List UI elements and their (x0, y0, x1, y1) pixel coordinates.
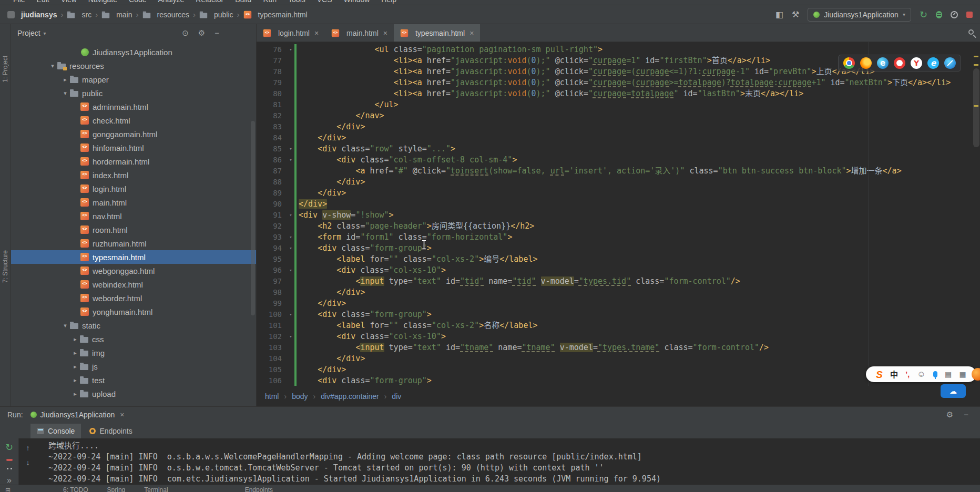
tab-typesmain-html[interactable]: typesmain.html× (394, 24, 480, 42)
chevron-right-icon[interactable]: ▸ (70, 391, 80, 397)
line-number[interactable]: 91 (257, 210, 287, 221)
line-number[interactable]: 79 (257, 77, 287, 88)
chevron-right-icon[interactable]: ▸ (60, 76, 70, 83)
line-number[interactable]: 81 (257, 99, 287, 110)
fold-icon[interactable]: ▾ (287, 232, 294, 243)
ie-icon[interactable] (927, 57, 939, 69)
line-number[interactable]: 106 (257, 375, 287, 386)
chevron-down-icon[interactable]: ▾ (60, 90, 70, 97)
warning-stripe-mark[interactable] (974, 56, 978, 57)
tree-item-test[interactable]: ▸test (11, 373, 256, 387)
tree-item-hinfomain-html[interactable]: hinfomain.html (11, 141, 256, 155)
stop-icon[interactable] (966, 12, 973, 18)
fold-icon[interactable]: ▾ (287, 243, 294, 254)
menu-file[interactable]: File (7, 0, 31, 5)
tree-item-room-html[interactable]: room.html (11, 223, 256, 237)
fold-icon[interactable]: ▾ (287, 331, 294, 342)
editor-breadcrumb-html[interactable]: html (265, 392, 279, 401)
line-number[interactable]: 84 (257, 132, 287, 144)
fold-icon[interactable]: ▾ (287, 265, 294, 276)
code-line[interactable]: 81 </ul> (257, 99, 980, 110)
tab-login-html[interactable]: login.html× (257, 24, 325, 42)
menu-run[interactable]: Run (257, 0, 282, 5)
code-line[interactable]: 103 <input type="text" id="tname" name="… (257, 342, 980, 353)
tree-item-adminmain-html[interactable]: adminmain.html (11, 100, 256, 114)
tree-item-img[interactable]: ▸img (11, 346, 256, 360)
code-line[interactable]: 98 </div> (257, 287, 980, 298)
microphone-icon[interactable] (933, 371, 937, 377)
fold-icon[interactable]: ▾ (287, 155, 294, 166)
line-number[interactable]: 82 (257, 110, 287, 121)
tool-window-quick-access-icon[interactable]: ⊞ (5, 486, 11, 492)
tree-item-static[interactable]: ▾static (11, 319, 256, 332)
code-line[interactable]: 79 <li><a href="javascript:void(0);" @cl… (257, 77, 980, 88)
code-line[interactable]: 97 <input type="text" id="tid" name="tid… (257, 276, 980, 287)
line-number[interactable]: 78 (257, 66, 287, 77)
project-panel-title[interactable]: Project (17, 29, 40, 37)
up-stack-trace-icon[interactable]: ↑ (26, 444, 30, 452)
line-number[interactable]: 77 (257, 55, 287, 66)
tree-item-resources[interactable]: ▾resources (11, 59, 256, 73)
editor-breadcrumb-body[interactable]: body (292, 392, 308, 401)
line-number[interactable]: 94 (257, 243, 287, 254)
tree-item-css[interactable]: ▸css (11, 332, 256, 346)
search-icon[interactable] (968, 29, 974, 35)
run-config-selector[interactable]: Jiudiansys1Application ▾ (808, 8, 911, 22)
scroll-to-end-icon[interactable]: » (7, 476, 12, 485)
line-number[interactable]: 83 (257, 121, 287, 132)
console-output[interactable]: 跨域执行....~2022-09-24 [main] INFO o.s.b.a.… (37, 438, 980, 485)
menu-code[interactable]: Code (123, 0, 152, 5)
pause-output-icon[interactable] (7, 468, 12, 470)
settings-gear-icon[interactable]: ⚙ (198, 28, 205, 38)
punctuation-mode-icon[interactable]: ’, (905, 371, 910, 378)
code-line[interactable]: 83 </div> (257, 121, 980, 132)
close-icon[interactable]: × (314, 29, 319, 37)
down-stack-trace-icon[interactable]: ↓ (26, 458, 30, 467)
code-line[interactable]: 80 <li><a href="javascript:void(0);" @cl… (257, 88, 980, 99)
code-line[interactable]: 87 <a href="#" @click="toinsert(show=fal… (257, 166, 980, 177)
tree-item-weborder-html[interactable]: weborder.html (11, 291, 256, 305)
breadcrumb-item-jiudiansys[interactable]: jiudiansys (7, 11, 57, 19)
locate-icon[interactable]: ⊙ (182, 28, 189, 38)
code-line[interactable]: 96▾ <div class="col-xs-10"> (257, 265, 980, 276)
ime-toolbox-icon[interactable]: ▦ (959, 371, 966, 378)
hide-panel-icon[interactable]: − (964, 410, 968, 419)
tree-item-login-html[interactable]: login.html (11, 182, 256, 196)
line-number[interactable]: 89 (257, 188, 287, 199)
code-line[interactable]: 100▾ <div class="form-group"> (257, 309, 980, 320)
tree-item-yonghumain-html[interactable]: yonghumain.html (11, 305, 256, 319)
line-number[interactable]: 98 (257, 287, 287, 298)
code-line[interactable]: 90</div> (257, 199, 980, 210)
chevron-right-icon[interactable]: ▸ (70, 377, 80, 384)
stop-icon[interactable] (6, 459, 13, 461)
sogou-logo-icon[interactable]: S (876, 370, 883, 380)
code-line[interactable]: 85▾ <div class="row" style="..."> (257, 144, 980, 155)
chevron-right-icon[interactable]: ▸ (70, 336, 80, 343)
breadcrumb-item-typesmain-html[interactable]: typesmain.html (243, 11, 308, 19)
profiler-icon[interactable] (951, 11, 958, 18)
code-line[interactable]: 86▾ <div class="col-sm-offset-8 col-sm-4… (257, 155, 980, 166)
stripe-structure-button[interactable]: 7: Structure (2, 250, 9, 283)
tree-item-hordermain-html[interactable]: hordermain.html (11, 155, 256, 168)
line-number[interactable]: 105 (257, 364, 287, 375)
menu-help[interactable]: Help (375, 0, 402, 5)
breadcrumb-item-src[interactable]: src (67, 11, 91, 19)
tab-console[interactable]: Console (30, 424, 81, 438)
menu-edit[interactable]: Edit (31, 0, 55, 5)
fold-icon[interactable]: ▾ (287, 309, 294, 320)
run-session-tab[interactable]: Jiudiansys1Application × (30, 411, 125, 419)
chevron-right-icon[interactable]: ▸ (70, 350, 80, 356)
code-line[interactable]: 84 </div> (257, 132, 980, 144)
close-icon[interactable]: × (469, 29, 474, 37)
statusbar-item-terminal[interactable]: Terminal (144, 485, 168, 492)
tree-item-upload[interactable]: ▸upload (11, 387, 256, 401)
code-line[interactable]: 91▾<div v-show="!show"> (257, 210, 980, 221)
fold-icon[interactable]: ▾ (287, 44, 294, 55)
chrome-icon[interactable] (843, 57, 855, 69)
menu-tools[interactable]: Tools (282, 0, 311, 5)
code-line[interactable]: 95 <label for="" class="col-xs-2">编号</la… (257, 254, 980, 265)
tree-item-jiudiansys1application[interactable]: Jiudiansys1Application (11, 45, 256, 59)
breadcrumb-item-resources[interactable]: resources (142, 11, 189, 19)
code-line[interactable]: 94▾ <div class="form-group"> (257, 243, 980, 254)
tree-item-webindex-html[interactable]: webindex.html (11, 278, 256, 291)
